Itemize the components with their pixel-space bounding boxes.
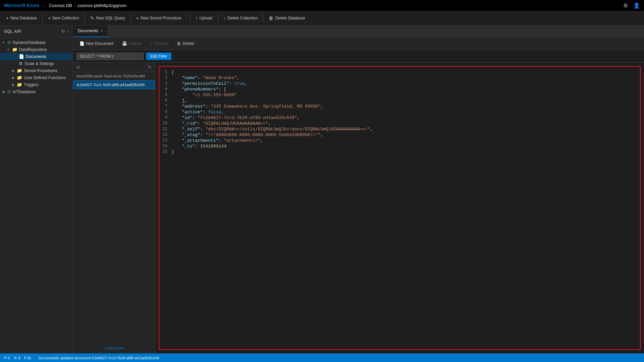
new-stored-procedure-label: New Stored Procedure: [141, 16, 181, 20]
info-count: 45: [27, 356, 31, 360]
new-sql-query-button[interactable]: ✎ New SQL Query: [87, 13, 128, 23]
status-info: ℹ 45: [24, 356, 31, 360]
data-repository-label: DataRepository: [19, 47, 47, 52]
update-icon: 💾: [122, 41, 127, 46]
refresh-icon[interactable]: ↻: [61, 29, 65, 34]
discard-label: Discard: [155, 41, 169, 46]
sidebar-item-dynamic-db[interactable]: ▾ ⊙ DynamicDatabase: [0, 39, 73, 46]
load-more-label: Load more: [104, 346, 123, 351]
arrow-icon: ▾: [7, 48, 12, 51]
toolbar-divider-4: [190, 14, 190, 22]
warning-count: 9: [18, 356, 20, 360]
delete-collection-label: Delete Collection: [227, 16, 258, 20]
breadcrumb: Cosmos DB › cosmos-pb6h6p3zgqnom: [49, 3, 127, 8]
sidebar-header-icons: ↻ ‹: [61, 29, 69, 34]
json-line-11: 11 "_self": "dbs/GIQRAA==/colls/GIQRALUm…: [159, 126, 640, 132]
collapse-icon[interactable]: ‹: [67, 29, 69, 34]
tab-documents[interactable]: Documents ✕: [73, 25, 108, 37]
filter-bar: Edit Filter: [73, 50, 644, 63]
two-panel: id ↻ 8eed2989-ada8-7ba4-be2e-7426e95e4ff…: [73, 63, 644, 353]
sidebar-title: SQL API: [4, 29, 21, 34]
doc-id-2: fc2d4027-7cc3-7b29-af89-a41ae828c649: [77, 83, 145, 87]
json-line-2: 2 "name": "Adam Brooks",: [159, 75, 640, 81]
json-editor-inner[interactable]: 1 { 2 "name": "Adam Brooks", 3 "permissi…: [159, 66, 641, 350]
sidebar-item-triggers[interactable]: ▶ 📁 Triggers: [0, 81, 73, 88]
json-line-8: 8 "active": false,: [159, 109, 640, 115]
filter-input[interactable]: [76, 53, 144, 60]
delete-document-button[interactable]: 🗑 Delete: [173, 40, 198, 47]
tab-documents-label: Documents: [78, 28, 98, 33]
delete-icon: 🗑: [177, 41, 181, 46]
toolbar-divider-5: [218, 14, 218, 22]
main-toolbar: + New Database + New Collection ✎ New SQ…: [0, 11, 644, 25]
sidebar-item-scale-settings[interactable]: ⚙ Scale & Settings: [0, 60, 73, 67]
arrow-icon: ▶: [12, 69, 17, 72]
upload-button[interactable]: ↑ Upload: [192, 13, 216, 23]
breadcrumb-sep1: ›: [43, 3, 45, 8]
sidebar-tree: ▾ ⊙ DynamicDatabase ▾ 📁 DataRepository 📄…: [0, 38, 73, 353]
error-count: 0: [8, 356, 10, 360]
resource-label: cosmos-pb6h6p3zgqnom: [77, 3, 126, 8]
load-more-button[interactable]: Load more: [73, 343, 155, 353]
account-icon[interactable]: 👤: [633, 2, 640, 9]
json-line-9: 9 "id": "fc2d4027-7cc3-7b29-af89-a41ae82…: [159, 115, 640, 121]
title-bar-icons: ⚙ 👤: [623, 2, 640, 9]
delete-collection-button[interactable]: ↑ Delete Collection: [220, 13, 261, 23]
update-label: Update: [128, 41, 142, 46]
new-document-button[interactable]: 📄 New Document: [76, 40, 117, 47]
json-line-13: 13 "_attachments": "attachments/",: [159, 138, 640, 143]
document-icon: 📄: [19, 54, 24, 59]
status-message: Successfully updated document fc2d4027-7…: [39, 356, 159, 360]
doc-list-items: 8eed2989-ada8-7ba4-be2e-7426e95e4ffd fc2…: [73, 72, 155, 343]
document-list: id ↻ 8eed2989-ada8-7ba4-be2e-7426e95e4ff…: [73, 63, 155, 353]
stored-procedures-label: Stored Procedures: [24, 68, 57, 73]
discard-button[interactable]: ↩ Discard: [147, 40, 172, 47]
json-line-15: 15 }: [159, 149, 640, 155]
json-line-7: 7 "address": "345 Somewhere Ave. Springf…: [159, 104, 640, 109]
discard-icon: ↩: [150, 41, 154, 46]
new-database-button[interactable]: + New Database: [3, 13, 40, 23]
triggers-label: Triggers: [24, 82, 39, 87]
new-collection-button[interactable]: + New Collection: [45, 13, 83, 23]
tab-close-button[interactable]: ✕: [100, 29, 103, 33]
sidebar-item-iot-db[interactable]: ▶ ⊙ IoTDatabase: [0, 88, 73, 95]
json-line-6: 6 ],: [159, 98, 640, 104]
toolbar-divider-6: [263, 14, 263, 22]
new-stored-procedure-button[interactable]: + New Stored Procedure: [133, 13, 185, 23]
toolbar-divider-1: [42, 14, 43, 22]
arrow-icon: ▶: [3, 90, 7, 94]
doc-list-refresh-icon[interactable]: ↻: [148, 65, 152, 70]
json-line-10: 10 "_rid": "GIQRALUmQJUEAAAAAAAAA==",: [159, 121, 640, 126]
toolbar-divider-2: [85, 14, 85, 22]
new-database-label: New Database: [10, 16, 37, 20]
dropdown-arrow[interactable]: ▾: [186, 16, 188, 20]
status-warnings: ⊘ 9: [14, 356, 20, 360]
delete-label: Delete: [182, 41, 194, 46]
arrow-icon: ▾: [3, 41, 7, 44]
iot-database-icon: ⊙: [7, 89, 11, 94]
upload-label: Upload: [200, 16, 212, 20]
new-collection-label: New Collection: [52, 16, 79, 20]
update-button[interactable]: 💾 Update: [118, 40, 145, 47]
id-column-label: id: [76, 65, 79, 70]
sidebar-item-documents[interactable]: 📄 Documents: [0, 53, 73, 60]
doc-list-header: id ↻: [73, 63, 155, 72]
doc-list-item[interactable]: 8eed2989-ada8-7ba4-be2e-7426e95e4ffd: [73, 72, 155, 80]
document-toolbar: 📄 New Document 💾 Update ↩ Discard 🗑 Dele…: [73, 37, 644, 50]
content-area: Documents ✕ 📄 New Document 💾 Update ↩ Di…: [73, 25, 644, 353]
breadcrumb-sep2: ›: [74, 3, 75, 8]
plus-icon: +: [6, 15, 9, 21]
database-icon: ⊙: [7, 40, 11, 45]
new-doc-icon: 📄: [79, 41, 85, 46]
sidebar-item-stored-procedures[interactable]: ▶ 📁 Stored Procedures: [0, 67, 73, 74]
service-label: Cosmos DB: [49, 3, 72, 8]
sidebar-item-data-repository[interactable]: ▾ 📁 DataRepository: [0, 46, 73, 53]
delete-database-label: Delete Database: [275, 16, 305, 20]
delete-database-button[interactable]: 🗑 Delete Database: [265, 13, 308, 23]
edit-filter-button[interactable]: Edit Filter: [146, 53, 171, 60]
sidebar-item-user-defined-functions[interactable]: ▶ 📁 User Defined Functions: [0, 74, 73, 81]
doc-list-item-selected[interactable]: fc2d4027-7cc3-7b29-af89-a41ae828c649: [73, 80, 155, 89]
trigger-icon: 📁: [17, 82, 22, 87]
settings-icon[interactable]: ⚙: [623, 2, 628, 9]
json-line-4: 4 "phoneNumbers": [: [159, 86, 640, 92]
